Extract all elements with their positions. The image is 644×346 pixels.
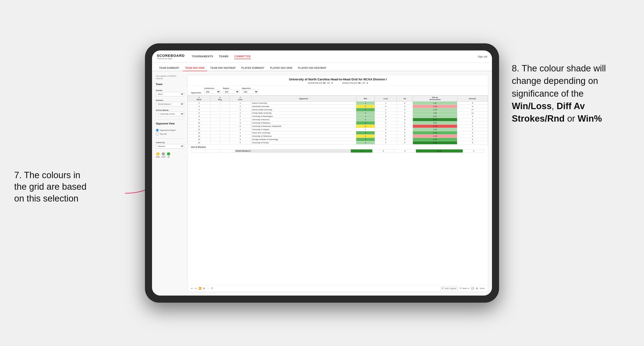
table-cell: 1 [230,118,251,121]
colour-by-select[interactable]: Win/loss [156,144,184,149]
table-row: 2-1Auburn University2101.679 [188,102,488,105]
table-cell: 1 [356,115,375,118]
ood-cell: 3 [463,150,484,153]
ood-cell: 1 [351,150,372,153]
table-cell: 8 [457,121,488,125]
radio-top100[interactable]: Top 100 [156,133,184,136]
present-btn[interactable]: ⊞ [476,287,478,290]
view-icon: 👁 [442,287,444,289]
redo-btn[interactable]: ↪ [195,287,197,290]
top-nav: SCOREBOARD Powered by clippd TOURNAMENTS… [152,50,492,63]
region-select[interactable]: (All) [223,90,240,94]
col-loss: Loss [375,96,397,102]
ood-cell: 0 [372,150,394,153]
ood-cell [220,150,235,153]
table-cell: 0 [396,112,413,115]
table-cell: University of Arkansas, Fayetteville [251,125,356,128]
legend-down: Down [156,152,160,158]
table-cell: 10 [188,121,210,125]
grid-toolbar: ↩ ↪ ⏩ ⧉ ⋯ ⏱ 👁 View: Original 👁 Watch ▾ [188,285,488,292]
tab-team-h2h-heatmap[interactable]: TEAM H2H HEATMAP [208,65,238,71]
table-cell: - [210,141,230,145]
table-cell: 15 [188,138,210,141]
logo-subtitle: Powered by clippd [157,57,184,60]
table-cell: 0 [396,115,413,118]
table-row: 9-1University of Arizona1009.002 [188,118,488,121]
table-cell: - [210,118,230,121]
sidebar-team-label: Team [156,83,184,86]
legend: Down Level Up [156,152,184,158]
annotation-left: 7. The colours in the grid are based on … [14,170,94,204]
annotation-bold-winpct: Win% [578,114,602,124]
table-cell: - [210,131,230,135]
table-cell: 0 [396,131,413,135]
nav-teams[interactable]: TEAMS [219,54,228,59]
step-forward-btn[interactable]: ⏩ [198,287,201,290]
table-cell: 12 [188,128,210,131]
col-conf: #Conf [230,96,251,102]
table-cell: 2 [230,115,251,118]
school-select[interactable]: 1. University of Nort... [156,112,184,116]
table-cell: 0 [375,138,397,141]
copy-btn[interactable]: ⧉ [203,287,205,290]
colour-by-field: Colour by Win/loss [156,141,184,149]
annotation-right: 8. The colour shade will change dependin… [512,62,630,125]
annotation-left-text: 7. The colours in the grid are based on … [14,170,86,203]
table-cell: 1.67 [413,102,457,105]
opponent-view-group: Opponents Played Top 100 [156,129,184,136]
tab-team-h2h-grid[interactable]: TEAM H2H GRID [183,65,207,71]
clock-btn[interactable]: ⏱ [211,287,214,290]
opponent-select[interactable]: (All) [242,90,258,94]
conference-select[interactable]: (All) [204,90,220,94]
tab-team-summary[interactable]: TEAM SUMMARY [157,65,182,71]
table-cell: 3 [457,135,488,138]
table-cell: 9 [188,118,210,121]
sign-out-link[interactable]: Sign out [478,55,487,58]
main-content: Last Updated: 27/03/2024 16:55:38 Team G… [152,71,492,296]
division-select[interactable]: NCAA Division I [156,102,184,106]
nav-tournaments[interactable]: TOURNAMENTS [192,54,213,59]
table-cell: -2.29 [413,105,457,108]
table-cell: 5 [230,135,251,138]
undo-btn[interactable]: ↩ [191,287,193,290]
table-cell: 5 [356,138,375,141]
table-cell: 0 [396,105,413,108]
table-cell: 1 [375,125,397,128]
grid-area: University of North Carolina Head-to-Hea… [188,75,488,292]
tab-player-h2h-heatmap[interactable]: PLAYER H2H HEATMAP [296,65,328,71]
nav-committee[interactable]: COMMITTEE [234,54,251,59]
watch-btn[interactable]: 👁 Watch ▾ [460,287,469,289]
table-cell: 1 [356,118,375,121]
table-cell: 4.50 [413,138,457,141]
table-cell: 2 [356,102,375,105]
table-cell: 2 [188,102,210,105]
table-cell: - [210,108,230,112]
tab-player-summary[interactable]: PLAYER SUMMARY [239,65,267,71]
table-cell: 2 [230,112,251,115]
radio-opponents-played[interactable]: Opponents Played [156,129,184,132]
table-cell: 4 [375,105,397,108]
table-cell: 1 [375,135,397,138]
share-btn[interactable]: Share [480,287,485,289]
tab-player-h2h-grid[interactable]: PLAYER H2H GRID [268,65,295,71]
table-cell: 16 [188,141,210,145]
table-cell: University of Alabama [251,121,356,125]
table-row: 12-3University of Virginia1202.333 [188,128,488,131]
view-original-btn[interactable]: 👁 View: Original [440,287,458,290]
sidebar-divider-2 [156,138,184,139]
sec-nav: TEAM SUMMARY TEAM H2H GRID TEAM H2H HEAT… [152,63,492,71]
comment-btn[interactable]: 💬 [471,287,474,290]
more-btn[interactable]: ⋯ [207,287,209,290]
gender-select[interactable]: Men's [156,92,184,96]
table-row: 13-1Texas Tech University3005.569 [188,131,488,135]
table-cell: 9 [457,131,488,135]
table-cell: 13 [188,131,210,135]
ipad-screen: SCOREBOARD Powered by clippd TOURNAMENTS… [152,50,492,296]
ipad-frame: SCOREBOARD Powered by clippd TOURNAMENTS… [145,43,499,303]
table-cell: 3 [230,128,251,131]
ood-cell [206,150,220,153]
table-cell: 0 [396,125,413,128]
legend-up-circle [167,152,170,156]
table-cell: 1 [230,108,251,112]
table-cell: 3 [356,141,375,145]
